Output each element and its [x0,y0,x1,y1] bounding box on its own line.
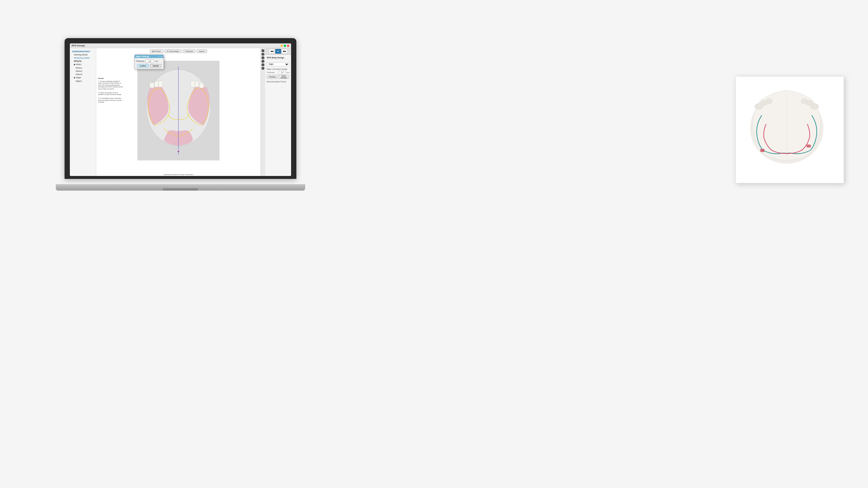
dialog-controls: − □ ✕ [157,56,162,58]
recommended-theme-label: Recommended Theme [267,80,289,83]
dialog-title-bar: Major Findings − □ ✕ [135,55,163,58]
confirm-button[interactable]: Confirm [137,64,149,68]
rpd-thickness-input[interactable] [278,71,286,74]
dental-arch-svg [137,61,219,160]
thickness-row: Thickness mm [136,59,162,63]
rpd-design-section: Major connection design Thickness mm Dra… [267,68,289,79]
preview-btn[interactable]: ▶ Preview [150,49,163,53]
major-findings-dialog: Major Findings − □ ✕ Thickness mm [134,55,164,69]
svg-rect-7 [191,80,195,87]
laptop-base [56,184,305,191]
dental-cast-image [743,83,837,177]
cast-svg [743,83,831,168]
main-viewport: ▶ Preview Pt. View design Thickness Expo… [96,48,260,176]
dialog-buttons: Confirm Cancel [136,64,162,68]
tool-5-icon[interactable] [261,63,265,66]
thickness-input[interactable] [146,59,154,63]
minimize-button[interactable] [281,44,283,47]
sidebar-item-major[interactable]: ▶ Major [71,76,95,79]
dental-model-view [99,54,258,167]
connection-design-title: Major connection design [267,68,289,70]
svg-rect-4 [158,80,162,87]
window-controls [281,44,289,47]
eye-btn[interactable]: 👁 [275,49,281,54]
prev-btn[interactable]: ◀◀ [269,49,275,54]
dialog-minimize-btn[interactable]: − [157,56,158,58]
sidebar-item-retex[interactable]: ▶ Retex [71,63,95,66]
svg-rect-18 [807,144,811,148]
svg-point-9 [177,151,180,153]
svg-rect-5 [199,83,204,88]
prompt-title: Prompt [98,77,123,80]
svg-point-16 [801,99,808,104]
rpd-thickness-row: Thickness mm [267,71,289,74]
dialog-title: Major Findings [136,56,149,58]
svg-rect-2 [150,83,154,88]
eye-icon: 👁 [277,51,279,53]
open-window-button[interactable]: Open Window [278,75,290,79]
laptop-screen: RPD Design 20200916044310017 [70,43,291,176]
prompt-text: 1. To ensure adequate strength of major … [98,80,123,103]
dialog-restore-btn[interactable]: □ [159,56,160,58]
next-btn[interactable]: ▶▶ [282,49,287,54]
rpd-body-panel: RPD Body Design Major Major connection d… [265,55,291,176]
tool-6-icon[interactable] [261,67,265,70]
sidebar-item-retex1[interactable]: Retex1 [71,66,95,69]
sidebar-item-refractory-model[interactable]: Refractory Model [71,56,95,60]
rpd-connection-section: Major [267,61,289,66]
title-bar: RPD Design [70,43,291,48]
app-window: RPD Design 20200916044310017 [70,43,291,176]
top-toolbar: ▶ Preview Pt. View design Thickness Expo… [150,49,207,53]
tool-4-icon[interactable] [261,60,265,63]
rpd-action-buttons: Drawing Open Window [267,75,289,79]
thickness-btn[interactable]: Thickness [183,49,196,53]
app-body: 20200916044310017 Working Model Refracto… [70,48,291,176]
rpd-thickness-label: Thickness [267,71,278,73]
sidebar-item-retex3[interactable]: Retex3 [71,73,95,76]
right-toolbar: ◀◀ 👁 ▶▶ [265,48,291,55]
connection-type-select[interactable]: Major [267,62,289,66]
rpd-thickness-unit: mm [286,71,289,73]
tool-3-icon[interactable] [261,56,265,59]
laptop-device: RPD Design 20200916044310017 [65,38,299,191]
cancel-button[interactable]: Cancel [150,64,161,68]
export-btn[interactable]: Export [196,49,207,53]
tool-1-icon[interactable] [261,49,265,52]
close-button[interactable] [287,44,289,47]
reference-photo-panel [735,76,844,183]
svg-rect-6 [195,81,199,87]
sidebar-item-working-model[interactable]: Working Model [71,53,95,56]
pt-view-btn[interactable]: Pt. View design [164,49,182,53]
left-sidebar: 20200916044310017 Working Model Refracto… [70,48,96,176]
sidebar-item-rpd[interactable]: RPD(TI) [71,60,95,63]
right-rpd-panel: ◀◀ 👁 ▶▶ RPD Body Design [265,48,291,176]
drawing-button[interactable]: Drawing [267,75,278,79]
sidebar-item-retex2[interactable]: Retex2 [71,69,95,73]
maximize-button[interactable] [284,44,286,47]
status-bar: Adjusting the plan of major connection [163,174,193,175]
sidebar-item-major1[interactable]: Major1 [71,79,95,83]
app-title: RPD Design [71,44,85,47]
rpd-panel-title: RPD Body Design [267,57,289,60]
right-tools-strip [260,48,265,176]
thickness-label: Thickness [136,60,144,62]
dialog-close-btn[interactable]: ✕ [160,56,162,58]
thickness-unit: mm [155,60,158,62]
tool-2-icon[interactable] [261,53,265,56]
laptop-bezel: RPD Design 20200916044310017 [65,38,297,179]
sidebar-item-project[interactable]: 20200916044310017 [71,50,95,53]
svg-point-13 [766,99,772,104]
svg-rect-3 [154,81,158,87]
prompt-box: Prompt 1. To ensure adequate strength of… [98,77,123,103]
svg-rect-17 [760,149,765,152]
